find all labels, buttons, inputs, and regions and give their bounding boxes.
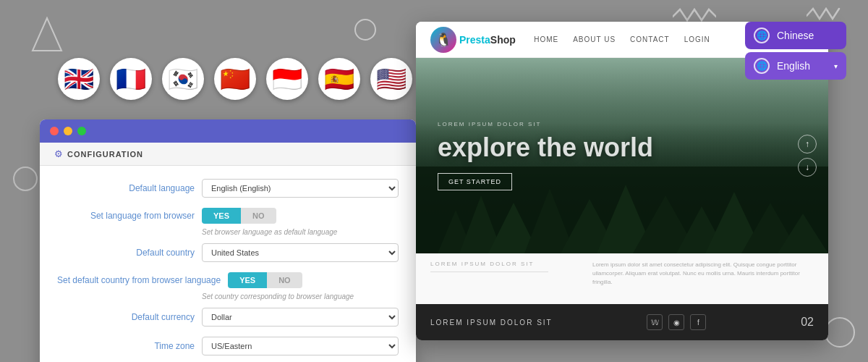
- mid-left: LOREM IPSUM DOLOR SIT: [430, 261, 578, 272]
- dot-yellow: [64, 127, 72, 135]
- social-twitter[interactable]: 𝕎: [647, 314, 663, 330]
- config-row-browser-country: Set default country from browser languag…: [57, 272, 399, 288]
- config-row-language: Default language English (English) Frenc…: [57, 179, 399, 198]
- nav-contact[interactable]: CONTACT: [630, 35, 670, 43]
- config-title: CONFIGURATION: [67, 150, 143, 159]
- website-bottom: LOREM IPSUM DOLOR SIT 𝕎 ◉ f 02: [416, 304, 828, 340]
- label-browser-language: Set language from browser: [57, 211, 195, 221]
- flag-kr[interactable]: 🇰🇷: [162, 58, 204, 100]
- select-timezone[interactable]: US/Eastern US/Pacific: [202, 337, 399, 355]
- hero-content: LOREM IPSUM DOLOR SIT explore the world …: [416, 99, 828, 213]
- social-facebook[interactable]: f: [690, 314, 706, 330]
- label-default-currency: Default currency: [57, 312, 195, 322]
- website-logo: 🐧 PrestaShop: [430, 27, 516, 53]
- hint-browser-country: Set country corresponding to browser lan…: [202, 292, 399, 300]
- social-instagram[interactable]: ◉: [668, 314, 684, 330]
- label-browser-country: Set default country from browser languag…: [57, 275, 221, 285]
- flag-es[interactable]: 🇪🇸: [318, 58, 360, 100]
- config-row-country: Default country United States France: [57, 243, 399, 262]
- flag-cn[interactable]: 🇨🇳: [214, 58, 256, 100]
- config-panel: ⚙ CONFIGURATION Default language English…: [40, 119, 416, 362]
- hero-title-line1: explore the: [438, 132, 576, 162]
- label-default-language: Default language: [57, 183, 195, 193]
- website-hero: LOREM IPSUM DOLOR SIT explore the world …: [416, 58, 828, 253]
- mid-title: LOREM IPSUM DOLOR SIT: [430, 261, 578, 267]
- toggle-country-yes[interactable]: YES: [228, 272, 267, 288]
- flag-us[interactable]: 🇺🇸: [370, 58, 412, 100]
- config-header: ⚙ CONFIGURATION: [40, 143, 416, 166]
- bottom-text: LOREM IPSUM DOLOR SIT: [430, 319, 553, 327]
- flag-fr[interactable]: 🇫🇷: [110, 58, 152, 100]
- flag-uk[interactable]: 🇬🇧: [58, 58, 100, 100]
- select-default-country[interactable]: United States France: [202, 243, 399, 262]
- lang-label-english: English: [777, 60, 810, 72]
- chevron-down-icon: ▾: [834, 62, 838, 70]
- dot-green: [77, 127, 86, 135]
- lang-option-chinese[interactable]: 🌐 Chinese: [745, 22, 846, 49]
- logo-icon: 🐧: [430, 27, 456, 53]
- select-default-currency[interactable]: Dollar Euro: [202, 308, 399, 327]
- hero-title: explore the world: [438, 133, 807, 162]
- dot-red: [50, 127, 59, 135]
- label-default-country: Default country: [57, 248, 195, 258]
- toggle-no[interactable]: NO: [241, 208, 276, 224]
- mid-divider: [430, 272, 548, 272]
- bottom-page-number: 02: [801, 316, 814, 329]
- triangle-deco: [29, 14, 65, 58]
- hero-title-line2: world: [584, 132, 653, 162]
- toggle-yes[interactable]: YES: [202, 208, 241, 224]
- select-default-language[interactable]: English (English) French (Français): [202, 179, 399, 198]
- logo-text: PrestaShop: [459, 34, 516, 46]
- circle-deco-top: [354, 19, 376, 41]
- toggle-browser-language[interactable]: YES NO: [202, 208, 276, 224]
- svg-marker-0: [33, 18, 61, 51]
- globe-icon-chinese: 🌐: [754, 28, 770, 43]
- flag-id[interactable]: 🇮🇩: [266, 58, 308, 100]
- config-row-browser-language: Set language from browser YES NO: [57, 208, 399, 224]
- gear-icon: ⚙: [54, 148, 63, 159]
- flags-row: 🇬🇧 🇫🇷 🇰🇷 🇨🇳 🇮🇩 🇪🇸 🇺🇸: [58, 58, 412, 100]
- nav-about[interactable]: ABOUT US: [573, 35, 616, 43]
- nav-login[interactable]: LOGIN: [684, 35, 710, 43]
- titlebar: [40, 119, 416, 143]
- lang-option-english[interactable]: 🌐 English ▾: [745, 52, 846, 80]
- lang-label-chinese: Chinese: [777, 30, 814, 41]
- website-mid-section: LOREM IPSUM DOLOR SIT Lorem ipsum dolor …: [416, 253, 828, 304]
- arrow-down[interactable]: ↓: [798, 158, 817, 177]
- globe-icon-english: 🌐: [754, 58, 770, 74]
- mid-right: Lorem ipsum dolor sit amet consectetur a…: [592, 261, 814, 287]
- config-row-timezone: Time zone US/Eastern US/Pacific: [57, 337, 399, 355]
- config-row-currency: Default currency Dollar Euro: [57, 308, 399, 327]
- config-body: Default language English (English) Frenc…: [40, 166, 416, 362]
- hero-arrows: ↑ ↓: [798, 135, 817, 177]
- hint-browser-language: Set browser language as default language: [202, 228, 399, 236]
- bottom-socials: 𝕎 ◉ f: [647, 314, 706, 330]
- language-dropdown[interactable]: 🌐 Chinese 🌐 English ▾: [745, 22, 846, 83]
- hero-cta-button[interactable]: GET STARTED: [438, 173, 512, 190]
- toggle-country-no[interactable]: NO: [267, 272, 302, 288]
- circle-deco-bottom-right: [825, 317, 855, 348]
- circle-deco-left: [13, 167, 38, 191]
- label-timezone: Time zone: [57, 341, 195, 351]
- hero-subtitle: LOREM IPSUM DOLOR SIT: [438, 121, 807, 127]
- arrow-up[interactable]: ↑: [798, 135, 817, 153]
- website-menu: HOME ABOUT US CONTACT LOGIN: [534, 35, 710, 43]
- toggle-browser-country[interactable]: YES NO: [228, 272, 302, 288]
- nav-home[interactable]: HOME: [534, 35, 558, 43]
